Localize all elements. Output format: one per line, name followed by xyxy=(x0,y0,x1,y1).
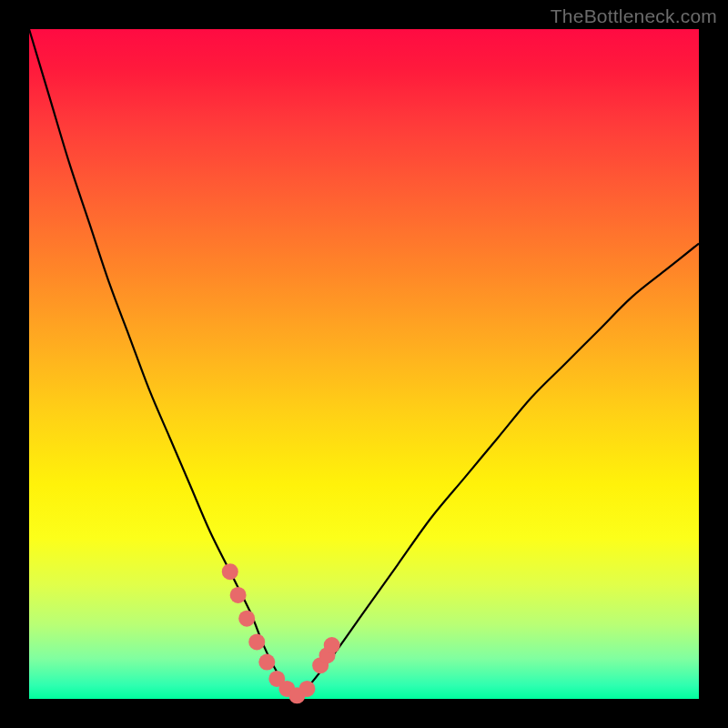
chart-frame: TheBottleneck.com xyxy=(0,0,728,728)
bottleneck-curve xyxy=(29,29,699,701)
marker-group xyxy=(222,563,340,703)
watermark-text: TheBottleneck.com xyxy=(551,5,717,27)
marker-point xyxy=(230,587,247,603)
marker-point xyxy=(238,611,255,627)
plot-area xyxy=(29,29,699,699)
curve-layer xyxy=(29,29,699,699)
marker-point xyxy=(298,681,315,697)
marker-point xyxy=(222,563,238,580)
marker-point xyxy=(258,654,275,671)
marker-point xyxy=(248,633,265,650)
marker-point xyxy=(324,637,340,653)
